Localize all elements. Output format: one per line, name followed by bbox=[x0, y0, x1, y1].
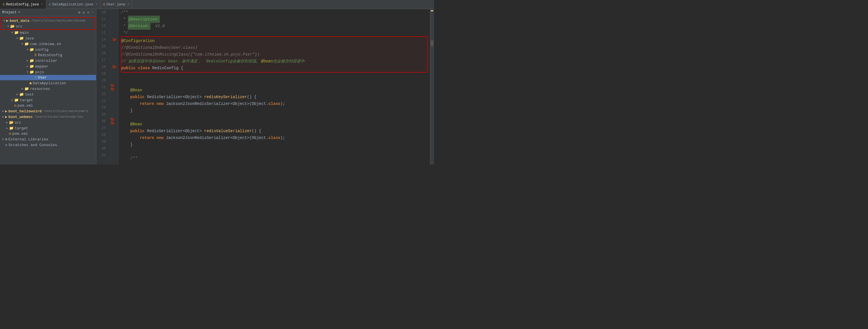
gutter-21[interactable]: 🫘🫘 bbox=[111, 84, 118, 91]
tree-item-pom[interactable]: m pom.xml bbox=[0, 103, 96, 108]
gutter-16 bbox=[111, 50, 118, 57]
item-label: User bbox=[38, 76, 47, 80]
item-label: test bbox=[25, 92, 34, 97]
code-line-29: } bbox=[121, 141, 428, 148]
path-label: /Users/itcast/workcode/s bbox=[43, 110, 88, 113]
tree-item-redis-config[interactable]: C RedisConfig bbox=[0, 53, 96, 58]
line-num-25: 25 bbox=[96, 111, 108, 118]
tree-item-target[interactable]: ► 📁 target bbox=[0, 97, 96, 103]
tab-close-button[interactable]: × bbox=[128, 3, 129, 6]
arrow-icon: ► bbox=[5, 121, 9, 124]
item-label: pojo bbox=[35, 70, 44, 74]
tree-item-pojo[interactable]: ▼ 📁 pojo bbox=[0, 69, 96, 75]
item-label: config bbox=[35, 48, 49, 52]
arrow-icon: ► bbox=[1, 110, 5, 113]
tab-user[interactable]: C User.java × bbox=[101, 0, 132, 9]
line-num-10: 10 bbox=[96, 9, 108, 16]
arrow-icon: ▼ bbox=[6, 25, 10, 28]
tree-item-config[interactable]: ▼ 📁 config bbox=[0, 47, 96, 53]
tree-item-data-application[interactable]: ◉ DataApplication bbox=[0, 80, 96, 86]
tree-item-boot-data[interactable]: ▼ ▶ boot_data /Users/itcast/workcode/shc… bbox=[1, 18, 95, 24]
tab-label: RedisConfig.java bbox=[6, 3, 39, 6]
item-label: target bbox=[15, 126, 28, 130]
scroll-thumb[interactable] bbox=[431, 40, 433, 46]
code-line-31: /** bbox=[121, 155, 428, 162]
tree-item-controller[interactable]: ► 📁 controller bbox=[0, 58, 96, 63]
line-num-28: 28 bbox=[96, 131, 108, 139]
sidebar-header: Project ▼ ⊕ ⇅ ⚙ − bbox=[0, 9, 96, 16]
tree-item-resources[interactable]: ► 📁 resources bbox=[0, 86, 96, 92]
dropdown-arrow[interactable]: ▼ bbox=[18, 11, 20, 14]
minus-icon[interactable]: − bbox=[92, 10, 94, 15]
tree-item-src[interactable]: ▼ 📂 src bbox=[1, 24, 95, 29]
tree-item-boot-webmvc[interactable]: ► ▶ boot_webmvc /Users/itcast/workcode/s… bbox=[0, 114, 96, 120]
code-line-21: @Bean bbox=[121, 87, 428, 94]
java-user-icon: C bbox=[35, 76, 37, 80]
xml-icon: m bbox=[14, 103, 17, 108]
gear-icon[interactable]: ⚙ bbox=[87, 10, 89, 15]
tree-item-webmvc-target[interactable]: ► 📁 target bbox=[0, 125, 96, 131]
sync-icon[interactable]: ⇅ bbox=[83, 10, 85, 15]
folder-icon: ▶ bbox=[5, 115, 7, 119]
gutter-14[interactable]: 🫘 bbox=[111, 36, 118, 43]
line-num-13: 13 bbox=[96, 30, 108, 36]
right-scrollbar[interactable] bbox=[430, 9, 434, 164]
target-icon[interactable]: ⊕ bbox=[78, 10, 81, 15]
line-num-11: 11 bbox=[96, 16, 108, 23]
sidebar-title: Project bbox=[2, 10, 17, 14]
gutter-30 bbox=[111, 145, 118, 152]
folder-src-icon: 📂 bbox=[10, 24, 15, 29]
tree-item-test[interactable]: ► 📁 test bbox=[0, 92, 96, 97]
gutter-11 bbox=[111, 16, 118, 23]
tab-close-button[interactable]: × bbox=[96, 3, 97, 6]
java-icon: C bbox=[103, 3, 105, 6]
tab-close-button[interactable]: × bbox=[41, 3, 43, 6]
code-line-12: * @Version: V1.0 bbox=[121, 23, 428, 30]
arrow-icon: ► bbox=[10, 99, 14, 102]
line-num-29: 29 bbox=[96, 139, 108, 145]
scroll-marker-top bbox=[431, 10, 433, 11]
gutter-18[interactable]: 🫘 bbox=[111, 63, 118, 70]
main-area: Project ▼ ⊕ ⇅ ⚙ − ▼ ▶ boot_data /Users/i… bbox=[0, 9, 434, 164]
code-line-23: return new Jackson2JsonRedisSerializer<O… bbox=[121, 100, 428, 107]
code-line-16: //@ConditionalOnMissingClass({"com.ithei… bbox=[121, 51, 427, 58]
gutter-24 bbox=[111, 104, 118, 111]
tree-item-com-itheima[interactable]: ▼ 📁 com.itheima.sh bbox=[0, 41, 96, 47]
tree-item-webmvc-src[interactable]: ► 📂 src bbox=[0, 120, 96, 125]
tree-item-external-libs[interactable]: ► ⚙ External Libraries bbox=[0, 137, 96, 142]
arrow-icon: ► bbox=[1, 115, 5, 119]
item-label: mapper bbox=[35, 64, 49, 69]
sidebar-icons: ⊕ ⇅ ⚙ − bbox=[78, 10, 94, 15]
tab-data-application[interactable]: C DataApplication.java × bbox=[46, 0, 101, 9]
line-num-23: 23 bbox=[96, 97, 108, 104]
tree-item-mapper[interactable]: ► 📁 mapper bbox=[0, 63, 96, 69]
gutter-26[interactable]: 🫘🫘 bbox=[111, 118, 118, 125]
sidebar: Project ▼ ⊕ ⇅ ⚙ − ▼ ▶ boot_data /Users/i… bbox=[0, 9, 96, 164]
tree-item-user[interactable]: C User bbox=[0, 75, 96, 80]
tree-item-webmvc-pom[interactable]: m pom.xml bbox=[0, 131, 96, 137]
tree-item-scratches[interactable]: ◈ Scratches and Consoles bbox=[0, 142, 96, 148]
arrow-icon: ► bbox=[5, 127, 9, 130]
code-line-11: * @Description: bbox=[121, 16, 428, 23]
tree-item-boot-hellowolrd[interactable]: ► ▶ boot_hellowolrd /Users/itcast/workco… bbox=[0, 108, 96, 114]
gutter-25 bbox=[111, 111, 118, 118]
item-label: java bbox=[25, 36, 34, 40]
tab-redis-config[interactable]: C RedisConfig.java × bbox=[0, 0, 46, 9]
line-num-12: 12 bbox=[96, 23, 108, 30]
tree-item-main[interactable]: ▼ 📁 main bbox=[0, 30, 96, 35]
arrow-icon: ▼ bbox=[26, 71, 29, 74]
code-content[interactable]: /** * @Description: * @Version: V1.0 */ … bbox=[119, 9, 430, 164]
item-label: boot_data bbox=[10, 19, 29, 23]
folder-icon: 📁 bbox=[19, 36, 24, 40]
line-num-26: 26 bbox=[96, 118, 108, 125]
gutter-29 bbox=[111, 139, 118, 145]
line-num-17: 17 bbox=[96, 57, 108, 63]
gutter-15 bbox=[111, 43, 118, 50]
line-num-18: 18 bbox=[96, 63, 108, 70]
tree-item-java[interactable]: ▼ 📁 java bbox=[0, 35, 96, 41]
line-num-24: 24 bbox=[96, 104, 108, 111]
path-label: /Users/itcast/workcode/sho bbox=[35, 115, 83, 119]
item-label: target bbox=[20, 98, 33, 102]
arrow-icon: ► bbox=[26, 65, 29, 68]
item-label: controller bbox=[35, 59, 57, 63]
